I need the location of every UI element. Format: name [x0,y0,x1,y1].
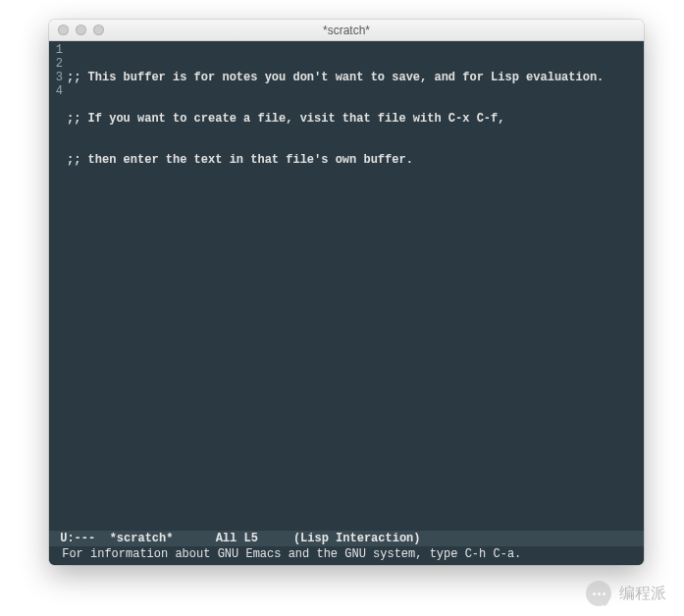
mode-line[interactable]: U:--- *scratch* All L5 (Lisp Interaction… [49,531,644,546]
watermark-text: 编程派 [619,584,666,604]
line-number: 1 [49,43,63,57]
line-number-gutter: 1 2 3 4 [49,43,67,531]
buffer-area[interactable]: 1 2 3 4 ;; This buffer is for notes you … [49,41,644,531]
line-number: 4 [49,84,63,98]
minimize-icon[interactable] [76,25,86,35]
line-number: 3 [49,71,63,84]
watermark: 编程派 [586,581,666,606]
modeline-status: U:--- [60,532,95,545]
minibuffer-message: For information about GNU Emacs and the … [62,547,521,561]
zoom-icon[interactable] [93,25,104,35]
buffer-content[interactable]: ;; This buffer is for notes you don't wa… [67,43,644,531]
buffer-line: ;; This buffer is for notes you don't wa… [67,71,644,84]
buffer-line: ;; If you want to create a file, visit t… [67,112,644,126]
modeline-line: L5 [243,532,257,545]
traffic-lights [49,25,104,35]
window-title: *scratch* [49,24,644,37]
modeline-position: All [216,532,237,545]
editor-window: *scratch* 1 2 3 4 ;; This buffer is for … [49,20,644,565]
titlebar[interactable]: *scratch* [49,20,644,41]
modeline-mode: (Lisp Interaction) [293,532,421,545]
chat-bubble-icon [586,581,611,606]
minibuffer[interactable]: For information about GNU Emacs and the … [49,546,644,565]
emacs-frame: 1 2 3 4 ;; This buffer is for notes you … [49,41,644,565]
buffer-line [67,194,644,208]
modeline-buffer-name: *scratch* [110,532,174,545]
line-number: 2 [49,57,63,71]
buffer-line: ;; then enter the text in that file's ow… [67,153,644,167]
close-icon[interactable] [58,25,69,35]
